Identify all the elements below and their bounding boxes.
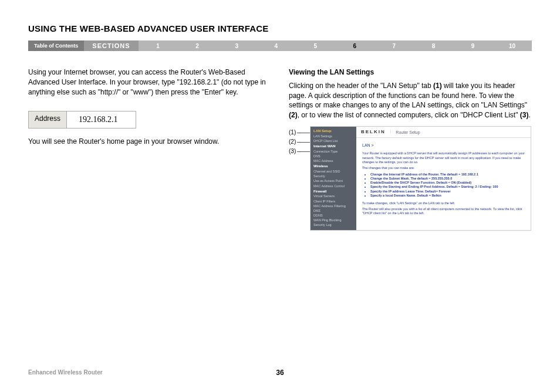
nav-num-4[interactable]: 4: [257, 43, 296, 49]
section-navbar: Table of Contents SECTIONS 1 2 3 4 5 6 7…: [28, 40, 532, 51]
router-note1: To make changes, click "LAN Settings" on…: [362, 201, 525, 205]
sidebar-item: DDNS: [313, 214, 353, 218]
sidebar-item: Use as Access Point: [313, 179, 353, 183]
sidebar-item: LAN Settings: [313, 134, 353, 138]
list-item: Specify a local Domain Name. Default = B…: [370, 194, 525, 198]
product-name: Enhanced Wireless Router: [28, 369, 103, 376]
figure-wrapper: (1) (2) (3) LAN Setup LAN Settings DHCP …: [289, 126, 532, 231]
address-value: 192.168.2.1: [67, 111, 136, 128]
right-p-text: Clicking on the header of the "LAN Setup…: [289, 82, 433, 90]
nav-num-10[interactable]: 10: [492, 43, 532, 49]
sidebar-item: Client IP Filters: [313, 200, 353, 204]
left-paragraph-1: Using your Internet browser, you can acc…: [28, 67, 271, 97]
sidebar-item: MAC Address: [313, 159, 353, 163]
right-paragraph: Clicking on the header of the "LAN Setup…: [289, 81, 532, 120]
nav-toc[interactable]: Table of Contents: [28, 40, 84, 51]
nav-num-1[interactable]: 1: [139, 43, 178, 49]
sidebar-item: Security Log: [313, 223, 353, 227]
router-intro: Your Router is equipped with a DHCP serv…: [362, 151, 525, 164]
callout-2: (2): [289, 139, 310, 146]
router-changes: The changes that you can make are:: [362, 166, 525, 170]
right-p-text: , or to view the list of connected compu…: [298, 111, 520, 119]
callout-line-icon: [297, 151, 310, 152]
sidebar-item: DNS: [313, 154, 353, 158]
page-title: USING THE WEB-BASED ADVANCED USER INTERF…: [28, 23, 532, 33]
nav-num-6[interactable]: 6: [335, 43, 375, 49]
callout-label: (2): [289, 139, 296, 145]
left-column: Using your Internet browser, you can acc…: [28, 67, 271, 231]
page-number: 36: [276, 369, 284, 377]
right-p-text: .: [528, 111, 530, 119]
sidebar-item: Virtual Servers: [313, 194, 353, 198]
page-footer: Enhanced Wireless Router 36: [28, 369, 532, 376]
list-item: Specify the IP address Lease Time. Defau…: [370, 190, 525, 194]
sidebar-hdr-wan: Internet WAN: [313, 144, 353, 149]
sidebar-item: Channel and SSID: [313, 170, 353, 174]
router-screenshot: LAN Setup LAN Settings DHCP Client List …: [310, 126, 531, 231]
sidebar-hdr-wireless: Wireless: [313, 164, 353, 169]
nav-num-7[interactable]: 7: [375, 43, 414, 49]
right-heading: Viewing the LAN Settings: [289, 67, 532, 77]
ref-2: (2): [289, 111, 298, 119]
router-bullets: Change the Internal IP address of the Ro…: [370, 173, 525, 198]
sidebar-item: Security: [313, 174, 353, 178]
nav-num-9[interactable]: 9: [453, 43, 492, 49]
callout-line-icon: [297, 133, 310, 133]
router-main: BELKIN | Router Setup LAN > Your Router …: [356, 127, 531, 230]
callout-label: (3): [289, 148, 296, 154]
right-column: Viewing the LAN Settings Clicking on the…: [289, 67, 532, 231]
nav-num-5[interactable]: 5: [296, 43, 335, 49]
list-item: Enable/Disable the DHCP Server Function.…: [370, 181, 525, 185]
nav-numbers: 1 2 3 4 5 6 7 8 9 10: [139, 40, 532, 51]
sidebar-hdr-firewall: Firewall: [313, 190, 353, 194]
list-item: Change the Subnet Mask. The default = 25…: [370, 177, 525, 181]
list-item: Specify the Starting and Ending IP Pool …: [370, 185, 525, 189]
callout-1: (1): [289, 130, 310, 136]
router-note2: The Router will also provide you with a …: [362, 207, 525, 215]
sidebar-item: MAC Address Filtering: [313, 204, 353, 208]
address-bar: Address 192.168.2.1: [28, 111, 136, 129]
nav-num-3[interactable]: 3: [217, 43, 257, 49]
ref-1: (1): [433, 82, 442, 90]
sidebar-item: MAC Address Control: [313, 184, 353, 188]
left-paragraph-2: You will see the Router's home page in y…: [28, 137, 271, 147]
ref-3: (3): [520, 111, 529, 119]
nav-sections-label: SECTIONS: [84, 40, 138, 51]
router-subtitle: Router Setup: [396, 130, 420, 135]
nav-num-2[interactable]: 2: [178, 43, 217, 49]
callout-line-icon: [297, 142, 310, 143]
callouts: (1) (2) (3): [289, 126, 310, 158]
callout-label: (1): [289, 130, 296, 136]
brand-logo: BELKIN: [361, 129, 386, 135]
sidebar-item: DHCP Client List: [313, 139, 353, 143]
router-header: BELKIN | Router Setup: [356, 127, 531, 138]
list-item: Change the Internal IP address of the Ro…: [370, 173, 525, 177]
breadcrumb-lan: LAN >: [362, 143, 525, 148]
router-sidebar: LAN Setup LAN Settings DHCP Client List …: [311, 127, 356, 230]
sidebar-hdr-lan: LAN Setup: [313, 129, 353, 134]
sidebar-item: WAN Ping Blocking: [313, 218, 353, 222]
sidebar-item: DMZ: [313, 209, 353, 213]
address-label: Address: [29, 111, 67, 128]
router-body: LAN > Your Router is equipped with a DHC…: [356, 138, 531, 222]
callout-3: (3): [289, 148, 310, 155]
sidebar-item: Connection Type: [313, 150, 353, 154]
nav-num-8[interactable]: 8: [414, 43, 453, 49]
